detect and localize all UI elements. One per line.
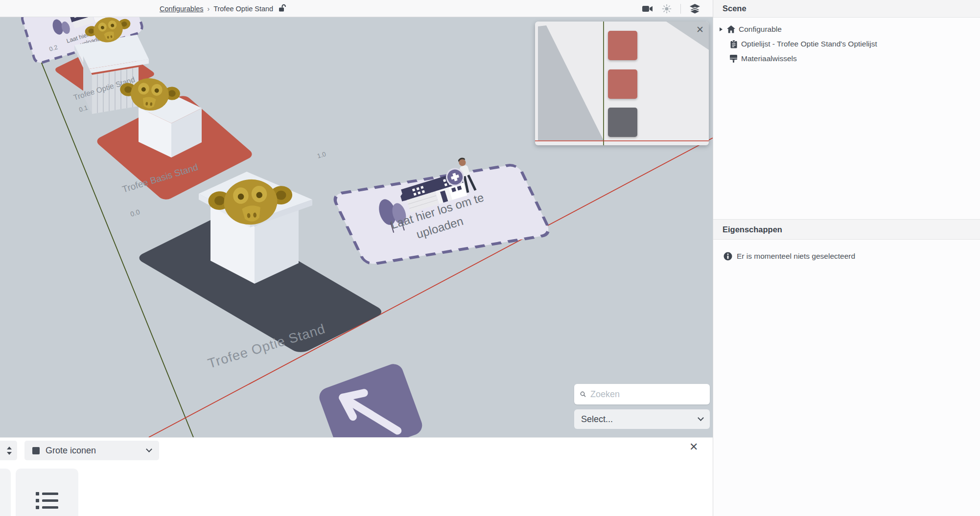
asset-tile[interactable] [0, 469, 11, 516]
right-sidebar: Scene Configurable [713, 0, 980, 516]
search-icon [580, 390, 586, 399]
properties-panel-title: Eigenschappen [723, 225, 782, 234]
tree-item-optielijst[interactable]: Optielijst - Trofee Optie Stand's Optiel… [713, 37, 980, 51]
minimap-ground-shape [538, 25, 604, 140]
icon-size-value: Grote iconen [46, 446, 96, 456]
info-icon [723, 252, 732, 261]
scene-panel-title: Scene [723, 4, 747, 13]
axis-tick-label: 0.0 [129, 208, 140, 218]
properties-empty-state: Er is momenteel niets geselecteerd [713, 252, 980, 261]
chevron-down-icon [146, 446, 152, 452]
tree-item-label: Materiaalwissels [741, 54, 797, 63]
asset-browser-panel: Grote iconen ✕ [0, 437, 713, 516]
toolbar-divider [680, 4, 681, 14]
properties-panel-header: Eigenschappen [713, 219, 980, 240]
scene-panel-header: Scene [713, 0, 980, 18]
clipboard-icon [729, 40, 738, 48]
search-box [574, 384, 710, 404]
search-input[interactable] [590, 389, 704, 400]
material-swatch[interactable] [608, 69, 637, 99]
home-icon [727, 25, 735, 33]
tree-item-configurable[interactable]: Configurable [713, 22, 980, 37]
minimap-panel[interactable]: ✕ [535, 22, 709, 145]
sun-brightness-icon[interactable] [662, 4, 672, 14]
panel-close-button[interactable]: ✕ [689, 441, 698, 453]
expand-caret-icon[interactable] [720, 27, 723, 31]
scene-tree: Configurable Optielijst - Trofee Optie S… [713, 18, 980, 66]
paintbrush-icon [729, 55, 738, 63]
top-toolbar: Configurables › Trofee Optie Stand [0, 0, 713, 17]
large-icon-glyph [32, 447, 40, 454]
select-value: Select... [581, 414, 613, 425]
configurator-app: Laat hier los om te uploaden 0.2 [0, 0, 980, 516]
breadcrumb-current: Trofee Optie Stand [213, 5, 273, 13]
sort-order-button[interactable] [0, 441, 17, 460]
material-swatch[interactable] [608, 31, 637, 60]
icon-size-dropdown[interactable]: Grote iconen [24, 441, 159, 460]
lock-open-icon[interactable] [278, 4, 286, 14]
breadcrumb-separator: › [207, 5, 210, 13]
tree-item-materiaalwissels[interactable]: Materiaalwissels [713, 51, 980, 66]
axis-tick-label: 1.0 [316, 150, 327, 160]
material-swatch[interactable] [608, 108, 637, 137]
breadcrumb-root-link[interactable]: Configurables [160, 5, 203, 13]
asset-tile-list[interactable] [16, 469, 78, 516]
arrow-tile[interactable] [317, 361, 425, 437]
properties-empty-message: Er is momenteel niets geselecteerd [737, 252, 855, 261]
object-select-dropdown[interactable]: Select... [574, 409, 710, 429]
axis-tick-label: 0.1 [78, 104, 89, 113]
sort-arrows-icon [6, 447, 12, 455]
layers-icon[interactable] [690, 4, 700, 14]
minimap-close-button[interactable]: ✕ [696, 23, 704, 37]
tree-item-label: Configurable [739, 25, 782, 34]
breadcrumb: Configurables › Trofee Optie Stand [160, 0, 286, 17]
tree-item-label: Optielijst - Trofee Optie Stand's Optiel… [741, 40, 877, 48]
upload-dropzone-card[interactable]: 1.0 [316, 150, 552, 265]
camera-view-icon[interactable] [642, 5, 653, 13]
chevron-down-icon [698, 415, 704, 421]
list-icon [36, 491, 58, 511]
